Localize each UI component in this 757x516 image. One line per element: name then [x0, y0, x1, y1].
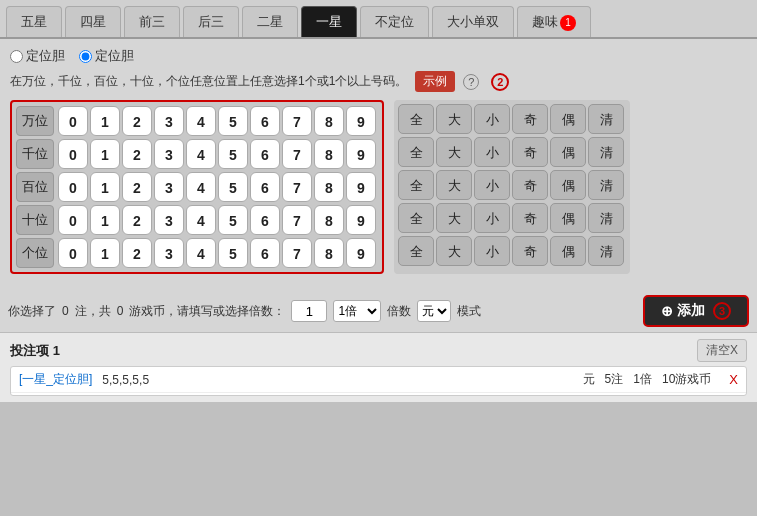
currency-select[interactable]: 元 角 分 — [417, 300, 451, 322]
num-btn-2-1[interactable]: 1 — [90, 172, 120, 202]
num-btn-2-2[interactable]: 2 — [122, 172, 152, 202]
num-btn-0-6[interactable]: 6 — [250, 106, 280, 136]
attr-btn-2-2[interactable]: 小 — [474, 170, 510, 200]
attr-btn-4-3[interactable]: 奇 — [512, 236, 548, 266]
num-btn-1-5[interactable]: 5 — [218, 139, 248, 169]
attr-btn-1-4[interactable]: 偶 — [550, 137, 586, 167]
radio-option-1[interactable]: 定位胆 — [10, 47, 65, 65]
attr-btn-3-0[interactable]: 全 — [398, 203, 434, 233]
num-btn-2-8[interactable]: 8 — [314, 172, 344, 202]
attr-btn-4-0[interactable]: 全 — [398, 236, 434, 266]
num-btn-1-1[interactable]: 1 — [90, 139, 120, 169]
attr-btn-4-4[interactable]: 偶 — [550, 236, 586, 266]
attr-btn-3-5[interactable]: 清 — [588, 203, 624, 233]
num-btn-3-7[interactable]: 7 — [282, 205, 312, 235]
attr-btn-1-3[interactable]: 奇 — [512, 137, 548, 167]
attr-btn-0-2[interactable]: 小 — [474, 104, 510, 134]
num-btn-2-0[interactable]: 0 — [58, 172, 88, 202]
num-btn-3-1[interactable]: 1 — [90, 205, 120, 235]
num-btn-0-0[interactable]: 0 — [58, 106, 88, 136]
num-btn-0-5[interactable]: 5 — [218, 106, 248, 136]
attr-btn-1-5[interactable]: 清 — [588, 137, 624, 167]
num-btn-4-6[interactable]: 6 — [250, 238, 280, 268]
attr-btn-0-1[interactable]: 大 — [436, 104, 472, 134]
num-btn-2-7[interactable]: 7 — [282, 172, 312, 202]
num-btn-0-9[interactable]: 9 — [346, 106, 376, 136]
attr-btn-1-2[interactable]: 小 — [474, 137, 510, 167]
attr-btn-0-4[interactable]: 偶 — [550, 104, 586, 134]
num-btn-1-4[interactable]: 4 — [186, 139, 216, 169]
attr-btn-4-5[interactable]: 清 — [588, 236, 624, 266]
attr-btn-3-4[interactable]: 偶 — [550, 203, 586, 233]
num-btn-2-3[interactable]: 3 — [154, 172, 184, 202]
num-btn-4-5[interactable]: 5 — [218, 238, 248, 268]
num-btn-1-0[interactable]: 0 — [58, 139, 88, 169]
num-btn-3-0[interactable]: 0 — [58, 205, 88, 235]
attr-btn-2-4[interactable]: 偶 — [550, 170, 586, 200]
mult-select[interactable]: 1倍 2倍 5倍 10倍 — [333, 300, 381, 322]
num-btn-1-6[interactable]: 6 — [250, 139, 280, 169]
num-btn-3-6[interactable]: 6 — [250, 205, 280, 235]
num-btn-4-3[interactable]: 3 — [154, 238, 184, 268]
num-btn-0-8[interactable]: 8 — [314, 106, 344, 136]
attr-btn-0-0[interactable]: 全 — [398, 104, 434, 134]
num-btn-3-9[interactable]: 9 — [346, 205, 376, 235]
bet-area: 投注项 1 清空X [一星_定位胆] 5,5,5,5,5 元 5注 1倍 10游… — [0, 332, 757, 402]
num-btn-0-7[interactable]: 7 — [282, 106, 312, 136]
tab-erxing[interactable]: 二星 — [242, 6, 298, 37]
bet-remove-button[interactable]: X — [729, 372, 738, 387]
num-btn-4-7[interactable]: 7 — [282, 238, 312, 268]
num-btn-1-8[interactable]: 8 — [314, 139, 344, 169]
tab-budingwei[interactable]: 不定位 — [360, 6, 429, 37]
attr-btn-4-1[interactable]: 大 — [436, 236, 472, 266]
attr-btn-2-5[interactable]: 清 — [588, 170, 624, 200]
attr-btn-3-1[interactable]: 大 — [436, 203, 472, 233]
attr-btn-2-0[interactable]: 全 — [398, 170, 434, 200]
num-btn-0-3[interactable]: 3 — [154, 106, 184, 136]
tab-yixing[interactable]: 一星 — [301, 6, 357, 37]
attr-btn-1-0[interactable]: 全 — [398, 137, 434, 167]
num-btn-1-2[interactable]: 2 — [122, 139, 152, 169]
num-btn-4-8[interactable]: 8 — [314, 238, 344, 268]
radio-option-2[interactable]: 定位胆 — [79, 47, 134, 65]
tab-quwei[interactable]: 趣味1 — [517, 6, 591, 37]
attr-btn-2-3[interactable]: 奇 — [512, 170, 548, 200]
help-icon[interactable]: ? — [463, 74, 479, 90]
tab-qiansan[interactable]: 前三 — [124, 6, 180, 37]
amount-input[interactable] — [291, 300, 327, 322]
num-btn-3-5[interactable]: 5 — [218, 205, 248, 235]
num-btn-3-3[interactable]: 3 — [154, 205, 184, 235]
num-btn-2-4[interactable]: 4 — [186, 172, 216, 202]
example-button[interactable]: 示例 — [415, 71, 455, 92]
attr-btn-0-3[interactable]: 奇 — [512, 104, 548, 134]
num-btn-0-4[interactable]: 4 — [186, 106, 216, 136]
clear-button[interactable]: 清空X — [697, 339, 747, 362]
tab-housan[interactable]: 后三 — [183, 6, 239, 37]
num-btn-4-0[interactable]: 0 — [58, 238, 88, 268]
num-btn-1-9[interactable]: 9 — [346, 139, 376, 169]
num-btn-0-2[interactable]: 2 — [122, 106, 152, 136]
add-button[interactable]: ⊕ 添加 3 — [643, 295, 749, 327]
num-btn-4-4[interactable]: 4 — [186, 238, 216, 268]
num-btn-4-9[interactable]: 9 — [346, 238, 376, 268]
num-btn-4-2[interactable]: 2 — [122, 238, 152, 268]
num-btn-3-2[interactable]: 2 — [122, 205, 152, 235]
num-btn-3-8[interactable]: 8 — [314, 205, 344, 235]
num-btn-4-1[interactable]: 1 — [90, 238, 120, 268]
tab-sixing[interactable]: 四星 — [65, 6, 121, 37]
tab-wuxing[interactable]: 五星 — [6, 6, 62, 37]
num-btn-1-3[interactable]: 3 — [154, 139, 184, 169]
num-btn-0-1[interactable]: 1 — [90, 106, 120, 136]
tab-daxiaodanshuang[interactable]: 大小单双 — [432, 6, 514, 37]
num-btn-1-7[interactable]: 7 — [282, 139, 312, 169]
attr-btn-2-1[interactable]: 大 — [436, 170, 472, 200]
attr-btn-3-3[interactable]: 奇 — [512, 203, 548, 233]
attr-btn-4-2[interactable]: 小 — [474, 236, 510, 266]
attr-btn-3-2[interactable]: 小 — [474, 203, 510, 233]
num-btn-2-9[interactable]: 9 — [346, 172, 376, 202]
num-btn-2-6[interactable]: 6 — [250, 172, 280, 202]
num-btn-3-4[interactable]: 4 — [186, 205, 216, 235]
num-btn-2-5[interactable]: 5 — [218, 172, 248, 202]
attr-btn-1-1[interactable]: 大 — [436, 137, 472, 167]
attr-btn-0-5[interactable]: 清 — [588, 104, 624, 134]
